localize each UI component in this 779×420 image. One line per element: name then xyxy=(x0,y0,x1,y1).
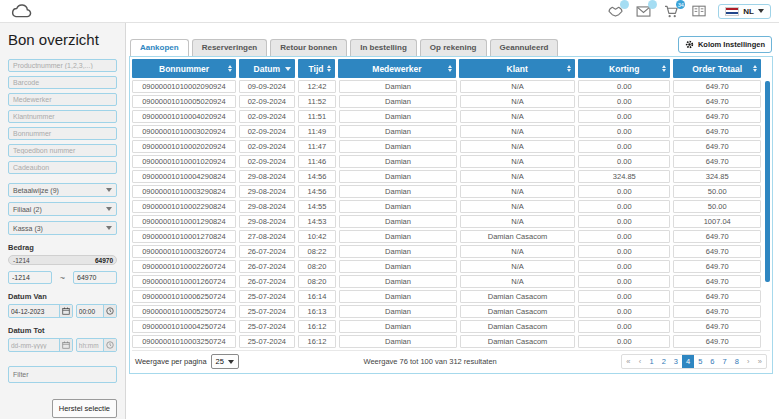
clock-icon[interactable] xyxy=(103,339,116,351)
table-row[interactable]: 0900000101000625072425-07-202416:14Damia… xyxy=(132,290,770,303)
sidebar-filter-productnummer-1-2-3[interactable] xyxy=(8,59,117,72)
bedrag-range-slider[interactable]: -1214 64970 xyxy=(8,255,117,265)
cell-order-totaal: 649.70 xyxy=(673,125,761,138)
cell-korting: 0.00 xyxy=(578,290,670,303)
page-button-6[interactable]: 6 xyxy=(706,355,718,368)
page-button-2[interactable]: 2 xyxy=(658,355,670,368)
pagination-nav-button[interactable]: › xyxy=(743,355,754,368)
column-header-medewerker[interactable]: Medewerker xyxy=(338,59,457,78)
bedrag-from-input[interactable] xyxy=(8,271,52,284)
tab-in-bestelling[interactable]: In bestelling xyxy=(350,39,417,56)
calendar-icon[interactable] xyxy=(59,339,72,351)
tab-geannuleerd[interactable]: Geannuleerd xyxy=(490,39,559,56)
sidebar-select-filiaal-2[interactable]: Filiaal (2) xyxy=(8,202,117,216)
pagination-nav-button[interactable]: « xyxy=(622,355,634,368)
select-label: Filiaal (2) xyxy=(13,206,42,213)
table-row[interactable]: 0900000101000402092402-09-202411:51Damia… xyxy=(132,110,770,123)
table-row[interactable]: 0900000101000129082429-08-202414:53Damia… xyxy=(132,215,770,228)
cell-klant: N/A xyxy=(460,170,575,183)
tab-op-rekening[interactable]: Op rekening xyxy=(420,39,487,56)
reset-selection-button[interactable]: Herstel selectie xyxy=(52,399,117,418)
date-to-input[interactable] xyxy=(9,339,59,351)
cell-klant: Damian Casacom xyxy=(460,305,575,318)
table-row[interactable]: 0900000101000127082427-08-202410:42Damia… xyxy=(132,230,770,243)
handshake-icon[interactable] xyxy=(606,3,624,19)
calendar-icon[interactable] xyxy=(59,305,72,317)
time-from-input[interactable] xyxy=(77,305,103,317)
column-header-tijd[interactable]: Tijd xyxy=(298,59,335,78)
page-button-4[interactable]: 4 xyxy=(682,355,694,368)
table-row[interactable]: 0900000101000329082429-08-202414:56Damia… xyxy=(132,185,770,198)
cell-korting: 0.00 xyxy=(578,335,670,348)
sidebar-filter-barcode[interactable] xyxy=(8,76,117,89)
tab-retour-bonnen[interactable]: Retour bonnen xyxy=(270,39,347,56)
table-row[interactable]: 0900000101000209092409-09-202412:42Damia… xyxy=(132,80,770,93)
table-row[interactable]: 0900000101000226072426-07-202408:20Damia… xyxy=(132,260,770,273)
date-from-input[interactable] xyxy=(9,305,59,317)
column-header-korting[interactable]: Korting xyxy=(578,59,670,78)
sidebar-filter-medewerker[interactable] xyxy=(8,93,117,106)
page-button-3[interactable]: 3 xyxy=(670,355,682,368)
table-row[interactable]: 0900000101000202092402-09-202411:47Damia… xyxy=(132,140,770,153)
column-header-bonnummer[interactable]: Bonnummer xyxy=(132,59,236,78)
table-row[interactable]: 0900000101000102092402-09-202411:46Damia… xyxy=(132,155,770,168)
clock-icon[interactable] xyxy=(103,305,116,317)
cell-korting: 0.00 xyxy=(578,215,670,228)
bedrag-to-input[interactable] xyxy=(73,271,117,284)
sort-icon xyxy=(448,65,452,72)
cell-medewerker: Damian xyxy=(339,275,457,288)
per-page-select[interactable]: 25 xyxy=(211,354,239,369)
cell-tijd: 14:56 xyxy=(298,185,336,198)
filter-input[interactable] xyxy=(8,366,117,383)
table-row[interactable]: 0900000101000302092402-09-202411:49Damia… xyxy=(132,125,770,138)
sidebar-filter-tegoedbon-nummer[interactable] xyxy=(8,144,117,157)
pagination-nav-button[interactable]: ‹ xyxy=(634,355,645,368)
sidebar-select-betaalwijze-9[interactable]: Betaalwijze (9) xyxy=(8,183,117,197)
results-count-text: Weergave 76 tot 100 van 312 resultaten xyxy=(363,357,496,366)
column-settings-button[interactable]: Kolom Instellingen xyxy=(678,36,772,53)
cell-medewerker: Damian xyxy=(339,230,457,243)
table-row[interactable]: 0900000101000525072425-07-202416:13Damia… xyxy=(132,305,770,318)
mail-icon[interactable] xyxy=(634,3,652,19)
table-row[interactable]: 0900000101000229082429-08-202414:55Damia… xyxy=(132,200,770,213)
page-button-7[interactable]: 7 xyxy=(718,355,730,368)
column-header-order-totaal[interactable]: Order Totaal xyxy=(673,59,761,78)
vertical-scrollbar-thumb[interactable] xyxy=(765,81,770,282)
table-header-row: BonnummerDatumTijdMedewerkerKlantKorting… xyxy=(132,59,770,78)
pagination-nav-button[interactable]: » xyxy=(754,355,766,368)
page-button-1[interactable]: 1 xyxy=(645,355,657,368)
sidebar-filter-klantnummer[interactable] xyxy=(8,110,117,123)
table-row[interactable]: 0900000101000326072426-07-202408:22Damia… xyxy=(132,245,770,258)
cell-datum: 26-07-2024 xyxy=(239,275,295,288)
cell-klant: N/A xyxy=(460,125,575,138)
cell-datum: 25-07-2024 xyxy=(239,335,295,348)
sort-icon xyxy=(662,65,666,72)
filter-sidebar: Bon overzicht Betaalwijze (9)Filiaal (2)… xyxy=(0,23,126,419)
language-selector[interactable]: NL xyxy=(718,4,771,19)
cell-tijd: 16:12 xyxy=(298,335,336,348)
sidebar-filter-cadeaubon[interactable] xyxy=(8,161,117,174)
cart-icon[interactable]: 34 xyxy=(662,3,680,19)
cell-korting: 0.00 xyxy=(578,95,670,108)
page-button-8[interactable]: 8 xyxy=(731,355,743,368)
table-row[interactable]: 0900000101000425072425-07-202416:12Damia… xyxy=(132,320,770,333)
cell-order-totaal: 649.70 xyxy=(673,275,761,288)
sidebar-filter-bonnummer[interactable] xyxy=(8,127,117,140)
sidebar-select-kassa-3[interactable]: Kassa (3) xyxy=(8,221,117,235)
page-button-5[interactable]: 5 xyxy=(694,355,706,368)
tab-reserveringen[interactable]: Reserveringen xyxy=(192,39,268,56)
table-row[interactable]: 0900000101000429082429-08-202414:56Damia… xyxy=(132,170,770,183)
tab-aankopen[interactable]: Aankopen xyxy=(130,39,189,56)
chevron-down-icon xyxy=(106,226,112,230)
table-row[interactable]: 0900000101000325072425-07-202416:12Damia… xyxy=(132,335,770,348)
table-row[interactable]: 0900000101000502092402-09-202411:52Damia… xyxy=(132,95,770,108)
register-icon[interactable] xyxy=(690,3,708,19)
table-row[interactable]: 0900000101000126072426-07-202408:20Damia… xyxy=(132,275,770,288)
column-header-klant[interactable]: Klant xyxy=(459,59,575,78)
cell-korting: 0.00 xyxy=(578,140,670,153)
language-label: NL xyxy=(743,7,754,16)
time-to-input[interactable] xyxy=(77,339,103,351)
column-header-datum[interactable]: Datum xyxy=(239,59,294,78)
cell-korting: 0.00 xyxy=(578,260,670,273)
select-label: Betaalwijze (9) xyxy=(13,187,59,194)
